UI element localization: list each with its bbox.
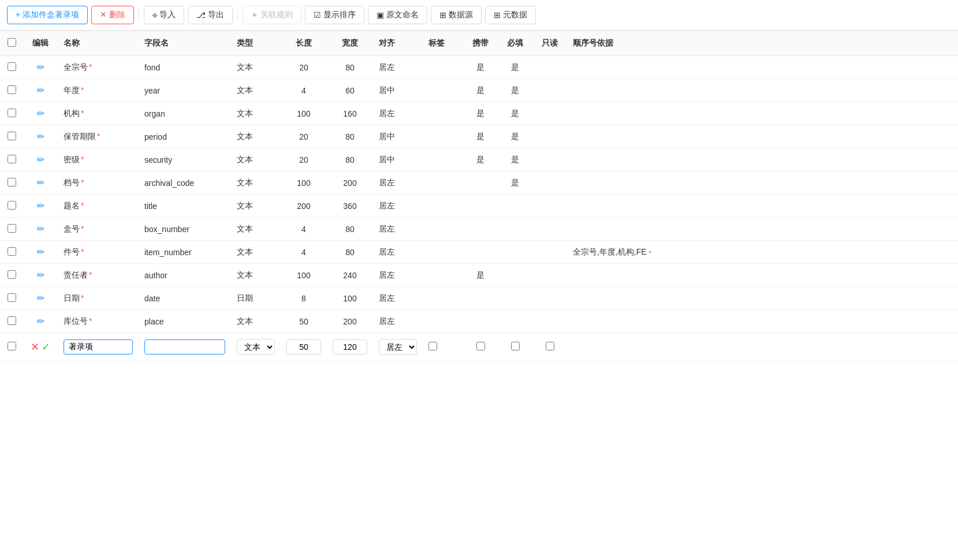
row-portable-3: 是 [476, 132, 484, 141]
row-name-4: 密级 [64, 155, 80, 164]
row-field-9: author [144, 271, 167, 280]
table-container: 编辑 名称 字段名 类型 长度 宽度 对齐 标签 携带 必填 只读 顺序号依据 … [0, 31, 958, 361]
row-checkbox-cell [0, 79, 23, 102]
row-type-0: 文本 [237, 62, 253, 72]
import-button[interactable]: ⎆ 导入 [144, 6, 184, 24]
row-name-cell: 件号* [58, 241, 139, 264]
new-row-checkbox[interactable] [8, 342, 16, 350]
row-name-7: 盒号 [64, 224, 80, 233]
required-star: * [89, 62, 92, 72]
confirm-new-row-icon[interactable]: ✓ [42, 341, 50, 353]
row-name-cell: 保管期限* [58, 125, 139, 148]
original-name-button[interactable]: ▣ 原文命名 [368, 6, 427, 24]
row-checkbox-4[interactable] [8, 155, 16, 163]
row-type-9: 文本 [237, 270, 253, 279]
row-tag-cell [423, 125, 463, 148]
row-portable-cell [463, 195, 498, 218]
export-button[interactable]: ⎇ 导出 [188, 6, 233, 24]
new-row-width-input[interactable] [333, 339, 367, 354]
new-row-portable-checkbox[interactable] [476, 342, 485, 350]
new-row-length-input[interactable] [286, 339, 321, 354]
row-checkbox-3[interactable] [8, 132, 16, 140]
edit-icon-7[interactable]: ✏ [37, 224, 44, 234]
row-checkbox-5[interactable] [8, 178, 16, 186]
add-button[interactable]: + 添加件盒著录项 [7, 6, 88, 24]
new-row-readonly-checkbox[interactable] [546, 342, 554, 350]
row-checkbox-8[interactable] [8, 247, 16, 256]
edit-icon-11[interactable]: ✏ [37, 316, 44, 326]
display-sort-button[interactable]: ☑ 显示排序 [305, 6, 364, 24]
row-sortkey-cell [567, 171, 958, 195]
row-sortkey-cell [567, 125, 958, 148]
row-checkbox-0[interactable] [8, 62, 16, 71]
row-checkbox-1[interactable] [8, 85, 16, 94]
row-portable-0: 是 [476, 62, 484, 72]
edit-icon-5[interactable]: ✏ [37, 178, 44, 188]
new-row-align-select[interactable]: 居左 居中 居右 [379, 339, 417, 355]
row-field-cell: author [139, 264, 231, 287]
delete-button[interactable]: ✕ 删除 [91, 6, 134, 24]
edit-icon-0[interactable]: ✏ [37, 62, 44, 72]
row-edit-cell: ✏ [23, 218, 58, 241]
edit-icon-3[interactable]: ✏ [37, 132, 44, 141]
edit-icon-8[interactable]: ✏ [37, 247, 44, 257]
row-field-cell: fond [139, 56, 231, 79]
row-width-cell: 100 [327, 287, 373, 310]
row-checkbox-6[interactable] [8, 201, 16, 210]
row-checkbox-10[interactable] [8, 293, 16, 302]
new-row-field-input[interactable] [144, 339, 225, 354]
relate-rule-button[interactable]: ✦ 关联规则 [243, 6, 301, 24]
row-sortkey-cell [567, 148, 958, 171]
row-type-cell: 文本 [231, 148, 281, 171]
row-align-2: 居左 [379, 109, 395, 118]
datasource-button[interactable]: ⊞ 数据源 [431, 6, 482, 24]
table-row: ✏ 档号* archival_code 文本 100 200 居左 是 [0, 171, 958, 195]
required-star: * [97, 132, 100, 141]
row-checkbox-9[interactable] [8, 270, 16, 279]
edit-icon-10[interactable]: ✏ [37, 293, 44, 303]
row-checkbox-cell [0, 102, 23, 125]
table-row: ✏ 盒号* box_number 文本 4 80 居左 [0, 218, 958, 241]
header-field: 字段名 [139, 31, 231, 56]
row-length-cell: 8 [281, 287, 327, 310]
row-portable-cell [463, 241, 498, 264]
row-sortkey-cell [567, 264, 958, 287]
table-row: ✏ 日期* date 日期 8 100 居左 [0, 287, 958, 310]
row-tag-cell [423, 148, 463, 171]
row-checkbox-2[interactable] [8, 109, 16, 117]
row-field-6: title [144, 201, 157, 211]
new-row-length-cell [281, 333, 327, 361]
edit-icon-1[interactable]: ✏ [37, 85, 44, 95]
table-row: ✏ 责任者* author 文本 100 240 居左 是 [0, 264, 958, 287]
edit-icon-9[interactable]: ✏ [37, 270, 44, 280]
row-length-9: 100 [297, 271, 310, 280]
row-checkbox-cell [0, 218, 23, 241]
new-row-name-input[interactable] [64, 339, 133, 354]
required-star: * [81, 178, 84, 187]
new-row-align-cell: 居左 居中 居右 [373, 333, 423, 361]
new-row-tag-checkbox[interactable] [428, 342, 437, 350]
row-checkbox-cell [0, 171, 23, 195]
new-row-required-checkbox[interactable] [511, 342, 520, 350]
select-all-checkbox[interactable] [8, 38, 16, 47]
edit-icon-4[interactable]: ✏ [37, 155, 44, 165]
row-length-1: 4 [301, 86, 306, 95]
row-edit-cell: ✏ [23, 241, 58, 264]
row-required-cell: 是 [498, 125, 532, 148]
row-checkbox-7[interactable] [8, 224, 16, 233]
header-readonly: 只读 [532, 31, 567, 56]
row-edit-cell: ✏ [23, 195, 58, 218]
row-checkbox-11[interactable] [8, 316, 16, 325]
new-row-type-select[interactable]: 文本 日期 数字 选择 [237, 339, 275, 355]
edit-icon-6[interactable]: ✏ [37, 201, 44, 211]
row-type-cell: 日期 [231, 287, 281, 310]
row-required-5: 是 [511, 178, 519, 187]
metadata-button[interactable]: ⊞ 元数据 [485, 6, 536, 24]
edit-icon-2[interactable]: ✏ [37, 109, 44, 118]
header-required: 必填 [498, 31, 532, 56]
cancel-new-row-icon[interactable]: ✕ [31, 341, 39, 353]
row-tag-cell [423, 310, 463, 333]
row-field-cell: period [139, 125, 231, 148]
row-width-cell: 80 [327, 56, 373, 79]
row-name-8: 件号 [64, 247, 80, 256]
